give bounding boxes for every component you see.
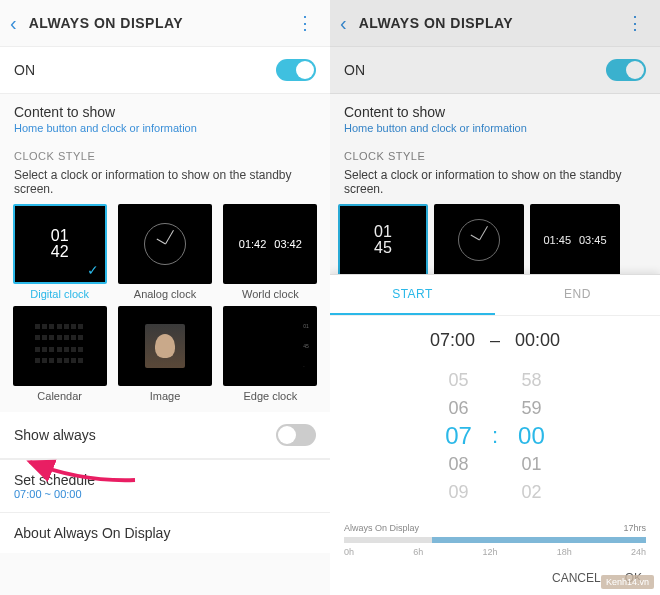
show-always-toggle[interactable] <box>276 424 316 446</box>
clock-strip: 01 45 01:4503:45 <box>330 204 660 276</box>
cancel-button[interactable]: CANCEL <box>552 571 601 585</box>
clock-style-label: CLOCK STYLE <box>0 138 330 168</box>
content-sub: Home button and clock or information <box>14 122 316 134</box>
tile-analog[interactable] <box>434 204 524 276</box>
tab-end[interactable]: END <box>495 275 660 315</box>
on-row: ON <box>330 47 660 94</box>
clock-style-desc: Select a clock or information to show on… <box>0 168 330 204</box>
hour-wheel[interactable]: 05 06 07 08 09 <box>445 367 472 505</box>
minute-wheel[interactable]: 58 59 00 01 02 <box>518 367 545 505</box>
tile-digital[interactable]: 01 45 <box>338 204 428 276</box>
on-row: ON <box>0 47 330 94</box>
about-row[interactable]: About Always On Display <box>0 512 330 553</box>
page-title: ALWAYS ON DISPLAY <box>29 15 290 31</box>
back-icon[interactable]: ‹ <box>340 13 347 33</box>
tile-edge[interactable]: 0145· Edge clock <box>221 306 320 402</box>
set-schedule-row[interactable]: Set schedule 07:00 ~ 00:00 <box>0 459 330 512</box>
tab-start[interactable]: START <box>330 275 495 315</box>
content-section[interactable]: Content to show Home button and clock or… <box>0 94 330 138</box>
time-picker-sheet: START END 07:00 – 00:00 05 06 07 08 09 :… <box>330 274 660 595</box>
on-toggle[interactable] <box>276 59 316 81</box>
watermark: Kenh14.vn <box>601 575 654 589</box>
tile-analog[interactable]: Analog clock <box>115 204 214 300</box>
page-title: ALWAYS ON DISPLAY <box>359 15 620 31</box>
clock-grid: 01 42✓ Digital clock Analog clock 01:420… <box>0 204 330 402</box>
more-icon[interactable]: ⋮ <box>620 12 650 34</box>
show-always-row[interactable]: Show always <box>0 412 330 459</box>
tile-calendar[interactable]: Calendar <box>10 306 109 402</box>
on-toggle[interactable] <box>606 59 646 81</box>
content-section: Content to show Home button and clock or… <box>330 94 660 138</box>
tile-world[interactable]: 01:4503:45 <box>530 204 620 276</box>
time-wheels: 05 06 07 08 09 : 58 59 00 01 02 <box>330 361 660 515</box>
back-icon[interactable]: ‹ <box>10 13 17 33</box>
on-label: ON <box>14 62 35 78</box>
tabs: START END <box>330 275 660 316</box>
time-display: 07:00 – 00:00 <box>330 316 660 361</box>
tile-world[interactable]: 01:4203:42 World clock <box>221 204 320 300</box>
screen-settings: ‹ ALWAYS ON DISPLAY ⋮ ON Content to show… <box>0 0 330 595</box>
header: ‹ ALWAYS ON DISPLAY ⋮ <box>330 0 660 47</box>
timeline: Always On Display17hrs 0h 6h 12h 18h 24h <box>330 515 660 561</box>
check-icon: ✓ <box>87 262 99 278</box>
content-title: Content to show <box>14 104 316 120</box>
more-icon[interactable]: ⋮ <box>290 12 320 34</box>
tile-digital[interactable]: 01 42✓ Digital clock <box>10 204 109 300</box>
screen-schedule: ‹ ALWAYS ON DISPLAY ⋮ ON Content to show… <box>330 0 660 595</box>
colon: : <box>492 423 498 449</box>
header: ‹ ALWAYS ON DISPLAY ⋮ <box>0 0 330 47</box>
tile-image[interactable]: Image <box>115 306 214 402</box>
